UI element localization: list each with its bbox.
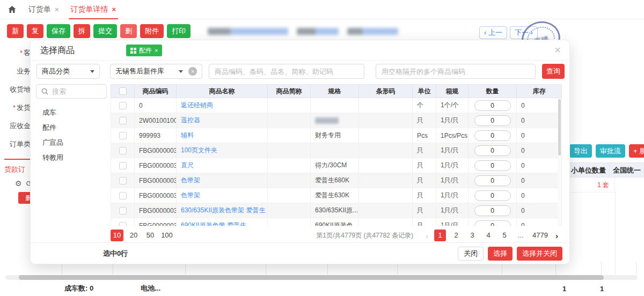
cell-product-name-link[interactable]: 100页文件夹 bbox=[177, 143, 268, 158]
warehouse-select[interactable]: 无锡售后新件库 × bbox=[110, 64, 202, 79]
row-checkbox[interactable] bbox=[119, 222, 127, 226]
chevron-down-icon bbox=[179, 70, 183, 73]
product-search-input[interactable] bbox=[209, 64, 364, 79]
vertical-scrollbar-thumb[interactable] bbox=[558, 99, 561, 156]
table-row[interactable]: 0 返还经销商 个 1个/个 0 bbox=[111, 98, 561, 113]
page-number[interactable]: 3 bbox=[466, 230, 478, 241]
cell-product-name-link[interactable]: 遥控器 bbox=[177, 113, 268, 128]
query-button[interactable]: 查询 bbox=[542, 64, 565, 79]
page-size-option[interactable]: 10 bbox=[111, 230, 123, 241]
row-checkbox[interactable] bbox=[119, 102, 127, 109]
cell-product-name-link[interactable]: 色带架 bbox=[177, 188, 268, 203]
quantity-input[interactable] bbox=[474, 115, 511, 126]
quantity-input[interactable] bbox=[474, 160, 511, 171]
toolbar-button[interactable]: 拆 bbox=[74, 24, 90, 38]
bg-action-button[interactable]: 审批流 bbox=[596, 144, 625, 158]
vertical-scrollbar[interactable] bbox=[558, 98, 561, 226]
prev-record-button[interactable]: ‹ 上一 bbox=[479, 26, 507, 39]
cell-product-code: 0 bbox=[135, 98, 177, 113]
category-item[interactable]: 转教用 bbox=[36, 150, 107, 165]
row-checkbox[interactable] bbox=[119, 207, 127, 214]
page-size-option[interactable]: 50 bbox=[144, 230, 157, 241]
toolbar-button[interactable]: 打印 bbox=[167, 24, 191, 38]
category-item[interactable]: 广宣品 bbox=[36, 135, 107, 150]
cell-product-name-link[interactable]: 690KII原装色带 爱普生 bbox=[177, 218, 268, 226]
select-and-close-button[interactable]: 选择并关闭 bbox=[517, 247, 562, 261]
page-ellipsis[interactable]: ... bbox=[515, 230, 526, 241]
quantity-input[interactable] bbox=[474, 190, 511, 201]
page-number[interactable]: 2 bbox=[450, 230, 462, 241]
bg-form-labels: *客业务收货地*发货应收金订单类 bbox=[0, 44, 31, 153]
cell-product-name-link[interactable]: 直尺 bbox=[177, 158, 268, 173]
category-search-input[interactable] bbox=[52, 87, 95, 95]
cell-product-code: FBG0000003... bbox=[135, 173, 177, 188]
tag-label: 配件 bbox=[139, 46, 152, 55]
multi-code-search-input[interactable] bbox=[376, 64, 536, 79]
page-number[interactable]: 1 bbox=[434, 230, 446, 241]
table-row[interactable]: FBG0000003... 直尺 得力/30CM 只 1只/只 0 bbox=[111, 158, 561, 173]
toolbar-button[interactable]: 新 bbox=[7, 24, 24, 38]
category-filter-tag[interactable]: 配件 × bbox=[126, 45, 162, 56]
cell-box-spec: 1只/只 bbox=[436, 203, 469, 218]
bg-action-button[interactable]: 导出 bbox=[569, 144, 592, 158]
tab-close-icon[interactable]: × bbox=[112, 5, 116, 13]
page-size-option[interactable]: 20 bbox=[127, 230, 140, 241]
col-header: 库存 bbox=[517, 85, 561, 98]
table-row[interactable]: FBG0000003... 色带架 爱普生630K 只 1只/只 0 bbox=[111, 188, 561, 203]
pagination-bar: 102050100 第1页/共4779页 (共47782 条记录) ‹ 1234… bbox=[111, 229, 562, 242]
gear-icon[interactable]: ⚙ bbox=[15, 179, 22, 188]
page-number[interactable]: 4779 bbox=[531, 230, 550, 241]
horizontal-scrollbar-thumb[interactable] bbox=[19, 275, 604, 280]
row-checkbox[interactable] bbox=[119, 132, 127, 139]
row-checkbox[interactable] bbox=[119, 117, 127, 124]
cell-product-name-link[interactable]: 色带架 bbox=[177, 173, 268, 188]
dialog-close-icon[interactable]: × bbox=[554, 43, 561, 56]
table-row[interactable]: FBG0000003... 色带架 爱普生680K 只 1只/只 0 bbox=[111, 173, 561, 188]
quantity-input[interactable] bbox=[474, 205, 511, 216]
row-checkbox[interactable] bbox=[119, 177, 127, 184]
home-icon[interactable] bbox=[8, 5, 17, 14]
cell-product-name-link[interactable]: 630/635KII原装色带架 爱普生 bbox=[177, 203, 268, 218]
quantity-input[interactable] bbox=[474, 130, 511, 141]
toolbar-button[interactable]: 附件 bbox=[140, 24, 164, 38]
quantity-input[interactable] bbox=[474, 145, 511, 156]
table-row[interactable]: 2W001001000 遥控器 只 1只/只 0 bbox=[111, 113, 561, 128]
page-number[interactable]: 4 bbox=[482, 230, 494, 241]
cell-product-name-link[interactable]: 辅料 bbox=[177, 128, 268, 143]
quantity-input[interactable] bbox=[474, 220, 511, 226]
category-select[interactable]: 商品分类 bbox=[36, 64, 100, 79]
toolbar-button[interactable]: 保存 bbox=[47, 24, 70, 38]
close-button[interactable]: 关闭 bbox=[458, 247, 484, 261]
select-all-checkbox[interactable] bbox=[119, 87, 127, 95]
bg-action-button[interactable]: + 展开 bbox=[629, 144, 644, 158]
cell-product-name-link[interactable]: 返还经销商 bbox=[177, 98, 268, 113]
clear-icon[interactable]: × bbox=[188, 67, 197, 76]
table-row[interactable]: FBG0000003... 690KII原装色带 爱普生 690KII原装色..… bbox=[111, 218, 561, 226]
tab-label: 订货单详情 bbox=[71, 5, 108, 14]
toolbar-button[interactable]: 复 bbox=[27, 24, 43, 38]
toolbar-button[interactable]: 删 bbox=[120, 24, 137, 38]
tab-order-list[interactable]: 订货单 × bbox=[28, 0, 59, 19]
category-item[interactable]: 配件 bbox=[36, 120, 107, 135]
next-page-icon[interactable]: › bbox=[555, 231, 558, 240]
horizontal-scrollbar[interactable] bbox=[5, 275, 638, 280]
toolbar-button[interactable]: 提交 bbox=[93, 24, 117, 38]
row-checkbox[interactable] bbox=[119, 192, 127, 199]
row-checkbox[interactable] bbox=[119, 147, 127, 154]
tag-close-icon[interactable]: × bbox=[155, 47, 158, 54]
select-button[interactable]: 选择 bbox=[488, 247, 513, 261]
table-row[interactable]: FBG0000003... 630/635KII原装色带架 爱普生 630/63… bbox=[111, 203, 561, 218]
quantity-input[interactable] bbox=[474, 100, 511, 111]
category-item[interactable]: 成车 bbox=[36, 105, 107, 120]
tab-close-icon[interactable]: × bbox=[55, 5, 59, 13]
prev-page-icon[interactable]: ‹ bbox=[426, 231, 428, 240]
tab-order-detail[interactable]: 订货单详情 × bbox=[71, 0, 116, 19]
row-checkbox[interactable] bbox=[119, 162, 127, 169]
page-size-option[interactable]: 100 bbox=[160, 230, 173, 241]
product-table-body: 0 返还经销商 个 1个/个 0 2W001001000 遥控器 只 1只/只 … bbox=[111, 98, 562, 226]
quantity-input[interactable] bbox=[474, 175, 511, 186]
table-row[interactable]: 999993 辅料 财务专用 Pcs 1Pcs/Pcs 0 bbox=[111, 128, 561, 143]
table-row[interactable]: FBG0000003... 100页文件夹 只 1只/只 0 bbox=[111, 143, 561, 158]
dialog-header: 选择商品 配件 × × bbox=[31, 40, 569, 61]
page-number[interactable]: 5 bbox=[499, 230, 510, 241]
